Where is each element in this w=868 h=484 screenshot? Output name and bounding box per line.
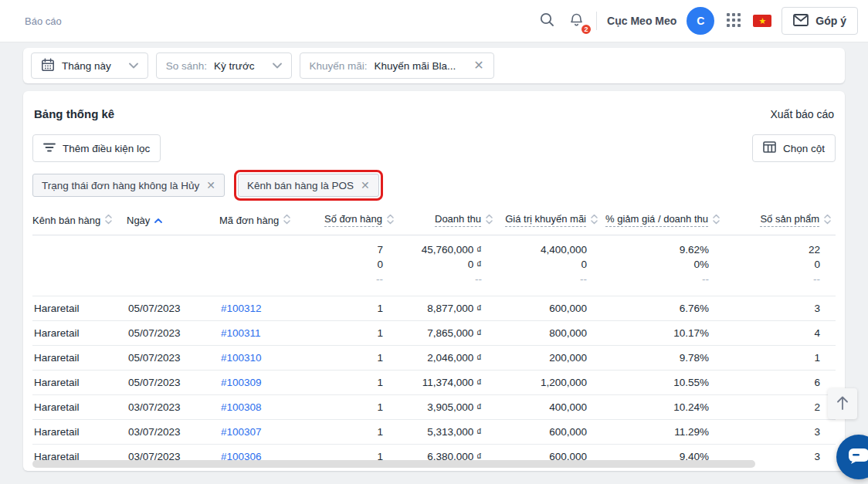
summary-value: 7 (322, 242, 383, 257)
cell-discount_pct: 11.29% (602, 420, 724, 445)
sort-icon[interactable] (387, 214, 394, 227)
column-label: Mã đơn hàng (219, 215, 279, 226)
close-icon[interactable]: ✕ (473, 59, 483, 72)
summary-value: 0 (498, 257, 587, 272)
column-label: Số sản phẩm (760, 213, 819, 227)
cell-discount_pct: 10.17% (602, 321, 724, 346)
sort-icon[interactable] (713, 214, 720, 227)
card-header: Bảng thống kê Xuất báo cáo (32, 91, 836, 120)
date-range-value: Tháng này (62, 60, 111, 72)
sort-asc-icon[interactable] (154, 215, 162, 226)
cell-orders: 1 (321, 346, 398, 371)
cell-channel: Hararetail (32, 321, 127, 346)
cell-orders: 1 (321, 371, 398, 395)
summary-cell-order_code (219, 235, 321, 296)
order-link[interactable]: #100311 (221, 327, 261, 339)
cell-channel: Hararetail (32, 420, 127, 445)
compare-label: So sánh: (166, 60, 207, 72)
cell-order_code: #100312 (219, 296, 321, 321)
table-row: Hararetail05/07/2023#10031218,877,000 ₫6… (32, 296, 836, 321)
sort-icon[interactable] (824, 214, 831, 227)
summary-value: 9.62% (603, 242, 709, 257)
apps-grid-icon (726, 12, 741, 30)
table-row: Hararetail05/07/2023#10031117,865,000 ₫8… (32, 321, 836, 346)
topbar-actions: 2 Cục Meo Meo C ★ Góp ý (537, 7, 858, 35)
topbar: Báo cáo 2 Cục Meo Meo C ★ Góp ý (0, 0, 868, 42)
avatar[interactable]: C (687, 7, 714, 35)
apps-grid-button[interactable] (724, 11, 743, 32)
sort-icon[interactable] (486, 214, 493, 227)
vietnam-flag-icon[interactable]: ★ (753, 15, 771, 27)
column-header-channel[interactable]: Kênh bán hàng (32, 208, 127, 235)
cell-order_code: #100309 (219, 371, 321, 395)
order-link[interactable]: #100309 (221, 377, 262, 388)
summary-value: 0 ₫ (399, 257, 482, 272)
sort-icon[interactable] (105, 214, 112, 227)
cell-channel: Hararetail (32, 395, 127, 420)
cell-discount_pct: 10.24% (602, 395, 724, 420)
close-icon[interactable]: ✕ (361, 180, 370, 191)
table-row: Hararetail03/07/2023#10030813,905,000 ₫4… (32, 395, 836, 420)
cell-orders: 1 (321, 395, 398, 420)
date-range-dropdown[interactable]: Tháng này (31, 52, 148, 79)
cell-date: 05/07/2023 (127, 296, 219, 321)
column-header-date[interactable]: Ngày (127, 208, 219, 235)
order-link[interactable]: #100310 (221, 352, 262, 364)
feedback-button[interactable]: Góp ý (782, 7, 858, 35)
promotion-label: Khuyến mãi: (310, 60, 368, 72)
cell-promo_value: 400,000 (497, 395, 602, 420)
column-header-promo_value[interactable]: Giá trị khuyến mãi (497, 208, 602, 235)
envelope-icon (793, 14, 809, 29)
breadcrumb[interactable]: Báo cáo (25, 15, 62, 27)
summary-cell-channel (32, 235, 127, 296)
summary-row: 70--45,760,000 ₫0 ₫--4,400,0000--9.62%0%… (32, 235, 836, 296)
cell-order_code: #100308 (219, 395, 321, 420)
cell-promo_value: 600,000 (497, 296, 602, 321)
promotion-filter-chip[interactable]: Khuyến mãi: Khuyến mãi Bla... ✕ (300, 52, 494, 79)
cell-promo_value: 800,000 (497, 321, 602, 346)
statistics-card: Bảng thống kê Xuất báo cáo Thêm điều kiệ… (23, 91, 845, 471)
column-header-products[interactable]: Số sản phẩm (724, 208, 836, 235)
search-button[interactable] (537, 10, 557, 32)
order-link[interactable]: #100312 (221, 303, 262, 314)
cell-date: 05/07/2023 (127, 371, 219, 395)
condition-chip-sales-channel[interactable]: Kênh bán hàng là POS ✕ (238, 174, 379, 197)
table-header-row: Kênh bán hàngNgàyMã đơn hàngSố đơn hàngD… (32, 208, 836, 235)
column-header-orders[interactable]: Số đơn hàng (321, 208, 398, 235)
calendar-icon (41, 58, 55, 74)
choose-columns-button[interactable]: Chọn cột (752, 134, 836, 162)
cell-products: 2 (724, 395, 836, 420)
add-filter-button[interactable]: Thêm điều kiện lọc (32, 134, 161, 162)
column-header-revenue[interactable]: Doanh thu (398, 208, 497, 235)
export-report-link[interactable]: Xuất báo cáo (770, 108, 834, 120)
order-link[interactable]: #100307 (221, 426, 262, 438)
condition-chip-order-status[interactable]: Trạng thái đơn hàng không là Hủy ✕ (32, 174, 225, 197)
column-header-discount_pct[interactable]: % giảm giá / doanh thu (602, 208, 724, 235)
sort-icon[interactable] (591, 214, 598, 227)
column-label: Ngày (127, 215, 150, 226)
cell-channel: Hararetail (32, 346, 127, 371)
order-link[interactable]: #100308 (221, 401, 262, 413)
column-label: Kênh bán hàng (32, 215, 100, 226)
cell-order_code: #100311 (219, 321, 321, 346)
column-label: Doanh thu (435, 213, 481, 227)
cell-promo_value: 1,200,000 (497, 371, 602, 395)
notifications-button[interactable]: 2 (567, 10, 586, 32)
column-label: % giảm giá / doanh thu (605, 213, 708, 227)
table-row: Hararetail05/07/2023#100309111,374,000 ₫… (32, 371, 836, 395)
sort-icon[interactable] (283, 214, 290, 227)
cell-revenue: 7,865,000 ₫ (398, 321, 497, 346)
cell-discount_pct: 6.76% (602, 296, 724, 321)
user-name[interactable]: Cục Meo Meo (607, 15, 676, 27)
add-filter-label: Thêm điều kiện lọc (63, 143, 150, 154)
page-title: Bảng thống kê (34, 107, 114, 120)
column-header-order_code[interactable]: Mã đơn hàng (219, 208, 321, 235)
scroll-to-top-button[interactable] (828, 388, 857, 419)
scrollbar-thumb[interactable] (32, 460, 755, 468)
compare-value: Kỳ trước (214, 60, 254, 72)
cell-products: 3 (724, 296, 836, 321)
close-icon[interactable]: ✕ (206, 180, 215, 191)
compare-dropdown[interactable]: So sánh: Kỳ trước (156, 52, 292, 79)
cell-revenue: 2,046,000 ₫ (398, 346, 497, 371)
chevron-down-icon (129, 63, 138, 69)
